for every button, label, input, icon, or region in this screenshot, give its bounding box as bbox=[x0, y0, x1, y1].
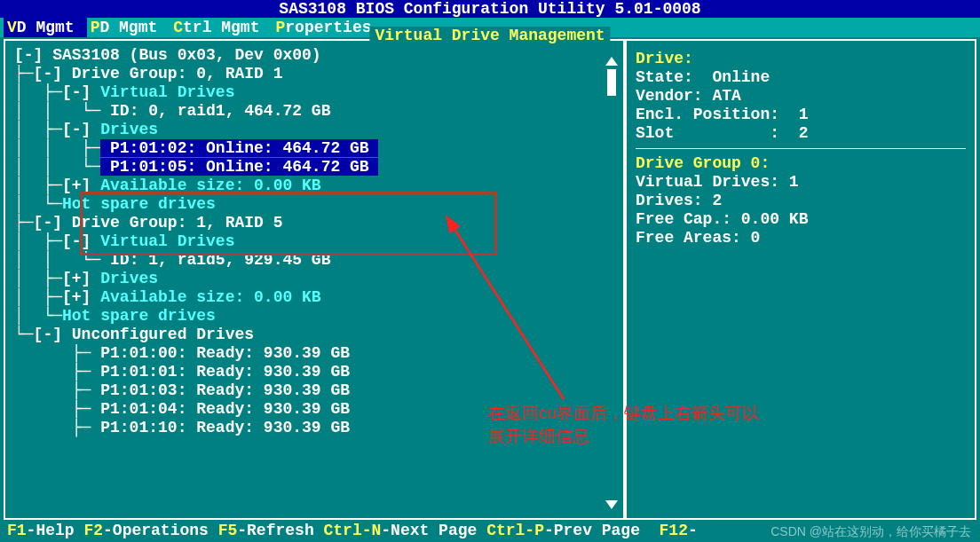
ctrl-n-key: Ctrl-N bbox=[323, 522, 381, 539]
ctrl-p-key: Ctrl-P bbox=[486, 522, 544, 539]
tree-dg0-vd[interactable]: │ ├─[-] Virtual Drives bbox=[14, 83, 620, 102]
f1-key: F1 bbox=[7, 522, 27, 539]
info-dg-heading: Drive Group 0: bbox=[636, 154, 966, 173]
tree-unconfigured[interactable]: └─[-] Unconfigured Drives bbox=[14, 326, 620, 344]
panel-title: Virtual Drive Management bbox=[369, 27, 610, 44]
info-drive-heading: Drive: bbox=[636, 50, 966, 68]
scroll-up-icon[interactable] bbox=[605, 57, 618, 66]
tree-uncfg-3[interactable]: ├─ P1:01:03: Ready: 930.39 GB bbox=[14, 381, 620, 400]
annotation-text: 在返回cu界面后，键盘上右箭头可以 展开详细信息 bbox=[488, 402, 759, 448]
f2-key: F2 bbox=[83, 522, 103, 539]
tree-dg1-hotspare[interactable]: │ └─Hot spare drives bbox=[14, 307, 620, 326]
tree-dg0-avail[interactable]: │ ├─[+] Available size: 0.00 KB bbox=[14, 177, 620, 195]
info-encl: Encl. Position: 1 bbox=[636, 106, 966, 124]
tree-uncfg-0[interactable]: ├─ P1:01:00: Ready: 930.39 GB bbox=[14, 344, 620, 363]
info-drv: Drives: 2 bbox=[636, 192, 966, 210]
title-bar: SAS3108 BIOS Configuration Utility 5.01-… bbox=[0, 0, 980, 18]
main-area: Virtual Drive Management [-] SAS3108 (Bu… bbox=[0, 37, 980, 522]
tree-dg1-vd[interactable]: │ ├─[-] Virtual Drives bbox=[14, 232, 620, 251]
tree-dg0-drives[interactable]: │ ├─[-] Drives bbox=[14, 121, 620, 139]
menu-properties[interactable]: Properties bbox=[272, 18, 383, 37]
tree-drive-p1-01-05[interactable]: │ │ └─ P1:01:05: Online: 464.72 GB bbox=[14, 158, 620, 177]
info-state: State: Online bbox=[636, 68, 966, 87]
info-fa: Free Areas: 0 bbox=[636, 229, 966, 247]
scroll-thumb[interactable] bbox=[607, 69, 616, 96]
f5-key: F5 bbox=[218, 522, 238, 539]
menu-pd-mgmt[interactable]: PD Mgmt bbox=[87, 18, 170, 37]
f12-key: F12 bbox=[660, 522, 688, 539]
info-vd: Virtual Drives: 1 bbox=[636, 173, 966, 192]
info-slot: Slot : 2 bbox=[636, 124, 966, 143]
menu-vd-mgmt[interactable]: VD Mgmt bbox=[4, 18, 87, 37]
info-free: Free Cap.: 0.00 KB bbox=[636, 210, 966, 229]
info-vendor: Vendor: ATA bbox=[636, 87, 966, 106]
tree-dg1[interactable]: ├─[-] Drive Group: 1, RAID 5 bbox=[14, 214, 620, 232]
tree-uncfg-1[interactable]: ├─ P1:01:01: Ready: 930.39 GB bbox=[14, 363, 620, 381]
tree-dg0[interactable]: ├─[-] Drive Group: 0, RAID 1 bbox=[14, 65, 620, 83]
app-title: SAS3108 BIOS Configuration Utility 5.01-… bbox=[279, 0, 700, 18]
scroll-down-icon[interactable] bbox=[605, 500, 618, 509]
tree-drive-p1-01-02[interactable]: │ │ ├─ P1:01:02: Online: 464.72 GB bbox=[14, 139, 620, 158]
tree-dg1-drives[interactable]: │ ├─[+] Drives bbox=[14, 270, 620, 288]
tree-dg1-avail[interactable]: │ ├─[+] Available size: 0.00 KB bbox=[14, 288, 620, 307]
tree-dg0-hotspare[interactable]: │ └─Hot spare drives bbox=[14, 195, 620, 214]
tree-dg1-vd0[interactable]: │ │ └─ ID: 1, raid5, 929.45 GB bbox=[14, 251, 620, 270]
tree-controller[interactable]: [-] SAS3108 (Bus 0x03, Dev 0x00) bbox=[14, 46, 620, 65]
tree-dg0-vd0[interactable]: │ │ └─ ID: 0, raid1, 464.72 GB bbox=[14, 102, 620, 121]
menu-ctrl-mgmt[interactable]: Ctrl Mgmt bbox=[170, 18, 272, 37]
watermark: CSDN @站在这别动，给你买橘子去 bbox=[771, 524, 971, 540]
info-divider bbox=[636, 148, 966, 149]
